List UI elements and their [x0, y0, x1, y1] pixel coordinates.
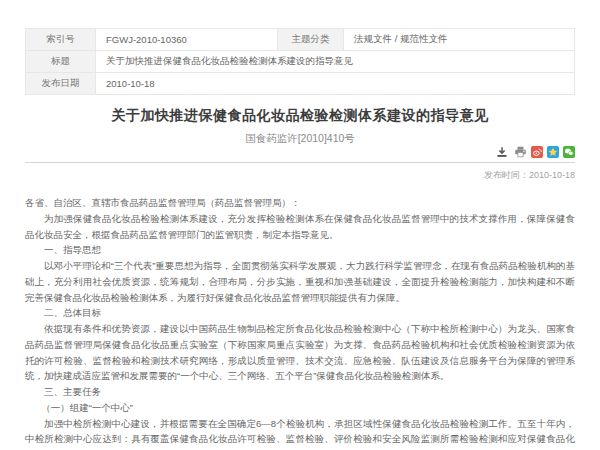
publish-time: 发布时间：2010-10-18: [25, 169, 575, 182]
index-number-label: 索引号: [26, 29, 96, 51]
table-row: 索引号 FGWJ-2010-10360 主题分类 法规文件 / 规范性文件: [26, 29, 575, 51]
document-meta-table: 索引号 FGWJ-2010-10360 主题分类 法规文件 / 规范性文件 标题…: [25, 28, 575, 95]
publish-date-value: 2010-10-18: [96, 73, 575, 95]
print-icon[interactable]: [513, 146, 527, 159]
qzone-share-icon[interactable]: [547, 146, 559, 158]
page-title: 关于加快推进保健食品化妆品检验检测体系建设的指导意见: [25, 107, 575, 125]
article-toolbar: [25, 145, 575, 159]
section-heading-2: 二、总体目标: [25, 305, 575, 321]
index-number-value: FGWJ-2010-10360: [96, 29, 278, 51]
paragraph-main-task: 加强中检所检测中心建设，并根据需要在全国确定6—8个检验机构，承担区域性保健食品…: [25, 416, 575, 450]
paragraph-salutation: 各省、自治区、直辖市食品药品监督管理局（药品监督管理局）：: [25, 195, 575, 211]
publish-time-value: 2010-10-18: [529, 170, 575, 180]
table-row: 发布日期 2010-10-18: [26, 73, 575, 95]
subject-category-label: 主题分类: [278, 29, 344, 51]
table-row: 标题 关于加快推进保健食品化妆品检验检测体系建设的指导意见: [26, 51, 575, 73]
paragraph-intro: 为加强保健食品化妆品检验检测体系建设，充分发挥检验检测体系在保健食品化妆品监督管…: [25, 211, 575, 243]
paragraph-guiding-ideology: 以邓小平理论和“三个代表”重要思想为指导，全面贯彻落实科学发展观，大力践行科学监…: [25, 258, 575, 305]
section-heading-1: 一、指导思想: [25, 242, 575, 258]
subject-category-value: 法规文件 / 规范性文件: [344, 29, 575, 51]
document-number: 国食药监许[2010]410号: [25, 132, 575, 146]
wechat-share-icon[interactable]: [563, 146, 575, 158]
publish-time-label: 发布时间：: [484, 170, 529, 180]
doc-title-label: 标题: [26, 51, 96, 73]
download-icon[interactable]: [495, 146, 509, 159]
paragraph-overall-goal: 依据现有条件和优势资源，建设以中国药品生物制品检定所食品化妆品检验检测中心（下称…: [25, 321, 575, 384]
weibo-share-icon[interactable]: [531, 146, 543, 158]
doc-title-value: 关于加快推进保健食品化妆品检验检测体系建设的指导意见: [96, 51, 575, 73]
header-divider: [25, 162, 575, 163]
section-heading-3: 三、主要任务: [25, 384, 575, 400]
subsection-heading-1: （一）组建“一个中心”: [25, 400, 575, 416]
document-page: 索引号 FGWJ-2010-10360 主题分类 法规文件 / 规范性文件 标题…: [25, 0, 575, 450]
publish-date-label: 发布日期: [26, 73, 96, 95]
article-body: 各省、自治区、直辖市食品药品监督管理局（药品监督管理局）： 为加强保健食品化妆品…: [25, 195, 575, 450]
